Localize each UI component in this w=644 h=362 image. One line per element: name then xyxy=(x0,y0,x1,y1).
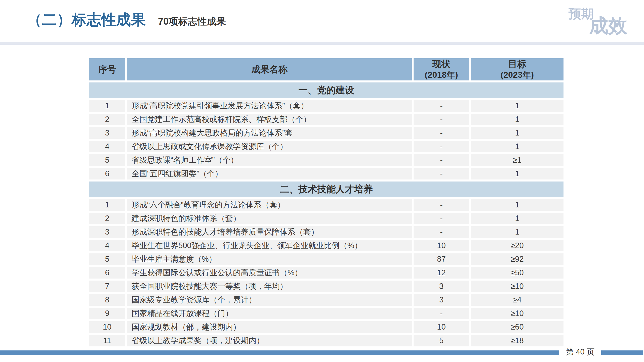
titlebar: （二）标志性成果 70项标志性成果 xyxy=(27,10,226,30)
cell-no: 10 xyxy=(89,321,125,333)
table-row: 9国家精品在线开放课程（门）-≥10 xyxy=(89,308,564,319)
cell-current: - xyxy=(414,154,469,166)
cell-no: 2 xyxy=(89,213,125,224)
cell-target: ≥92 xyxy=(471,253,564,265)
cell-target: ≥50 xyxy=(471,267,564,279)
cell-name: 全国“五四红旗团委”（个） xyxy=(127,168,412,179)
table-row: 2全国党建工作示范高校或标杆院系、样板支部（个）-1 xyxy=(89,114,564,125)
table-row: 3形成深职特色的技能人才培养培养质量保障体系（套）-1 xyxy=(89,226,564,238)
footer-bar-right xyxy=(601,350,643,355)
section-title: 二、技术技能人才培养 xyxy=(89,182,564,197)
cell-no: 2 xyxy=(89,114,125,125)
cell-target: 1 xyxy=(471,114,564,125)
cell-current: - xyxy=(414,213,469,224)
table-row: 1形成“六个融合”教育理念的方法论体系（套）-1 xyxy=(89,199,564,211)
cell-target: ≥18 xyxy=(471,335,564,346)
cell-no: 8 xyxy=(89,294,125,306)
section-row: 一、党的建设 xyxy=(89,82,564,98)
cell-no: 5 xyxy=(89,154,125,166)
page-number: 第 40 页 xyxy=(559,346,601,357)
section-row: 二、技术技能人才培养 xyxy=(89,182,564,197)
cell-name: 毕业生雇主满意度（%） xyxy=(127,253,412,265)
cell-no: 1 xyxy=(89,199,125,211)
section-title: 一、党的建设 xyxy=(89,82,564,98)
cell-current: 3 xyxy=(414,294,469,306)
cell-current: 87 xyxy=(414,253,469,265)
cell-name: 形成“六个融合”教育理念的方法论体系（套） xyxy=(127,199,412,211)
table-row: 5省级思政课“名师工作室”（个）-≥1 xyxy=(89,154,564,166)
table-row: 2建成深职特色的标准体系（套）-1 xyxy=(89,213,564,224)
cell-target: ≥4 xyxy=(471,294,564,306)
cell-target: 1 xyxy=(471,127,564,139)
cell-target: ≥10 xyxy=(471,308,564,319)
table-row: 10国家规划教材（部，建设期内）10≥60 xyxy=(89,321,564,333)
column-header-target: 目标 (2023年) xyxy=(471,58,564,80)
table-row: 11省级以上教学成果奖（项，建设期内）5≥18 xyxy=(89,335,564,346)
results-table: 序号 成果名称 现状 (2018年) 目标 (2023年) 一、党的建设1形成“… xyxy=(87,56,565,348)
header-row: 序号 成果名称 现状 (2018年) 目标 (2023年) xyxy=(89,58,564,80)
footer-bar-left xyxy=(0,350,559,355)
cell-current: 3 xyxy=(414,281,469,292)
watermark: 预期 成效 xyxy=(568,8,627,35)
column-header-no: 序号 xyxy=(89,58,125,80)
cell-name: 国家规划教材（部，建设期内） xyxy=(127,321,412,333)
cell-target: ≥60 xyxy=(471,321,564,333)
results-table-body: 一、党的建设1形成“高职院校党建引领事业发展方法论体系”（套）-12全国党建工作… xyxy=(89,82,564,346)
cell-no: 4 xyxy=(89,141,125,152)
cell-name: 省级以上思政或文化传承课教学资源库（个） xyxy=(127,141,412,152)
cell-no: 1 xyxy=(89,100,125,112)
table-row: 3形成“高职院校构建大思政格局的方法论体系”套-1 xyxy=(89,127,564,139)
watermark-bottom-text: 成效 xyxy=(589,16,627,35)
table-row: 5毕业生雇主满意度（%）87≥92 xyxy=(89,253,564,265)
cell-current: 12 xyxy=(414,267,469,279)
cell-target: 1 xyxy=(471,168,564,179)
cell-no: 5 xyxy=(89,253,125,265)
cell-name: 国家精品在线开放课程（门） xyxy=(127,308,412,319)
cell-no: 6 xyxy=(89,168,125,179)
cell-no: 4 xyxy=(89,240,125,251)
cell-name: 学生获得国际公认或行业公认的高质量证书（%） xyxy=(127,267,412,279)
table-row: 6学生获得国际公认或行业公认的高质量证书（%）12≥50 xyxy=(89,267,564,279)
cell-target: 1 xyxy=(471,100,564,112)
table-row: 4毕业生在世界500强企业、行业龙头企业、领军企业就业比例（%）10≥20 xyxy=(89,240,564,251)
cell-no: 6 xyxy=(89,267,125,279)
cell-current: - xyxy=(414,127,469,139)
cell-current: - xyxy=(414,226,469,238)
cell-name: 形成深职特色的技能人才培养培养质量保障体系（套） xyxy=(127,226,412,238)
slide: （二）标志性成果 70项标志性成果 预期 成效 序号 成果名称 现状 xyxy=(0,0,644,362)
cell-current: - xyxy=(414,168,469,179)
cell-current: 10 xyxy=(414,240,469,251)
cell-name: 形成“高职院校构建大思政格局的方法论体系”套 xyxy=(127,127,412,139)
table-row: 7获全国职业院校技能大赛一等奖（项，年均）3≥10 xyxy=(89,281,564,292)
cell-current: - xyxy=(414,199,469,211)
cell-no: 9 xyxy=(89,308,125,319)
cell-current: 10 xyxy=(414,321,469,333)
cell-current: - xyxy=(414,308,469,319)
cell-current: - xyxy=(414,100,469,112)
header-divider xyxy=(0,42,644,45)
cell-current: - xyxy=(414,114,469,125)
table-row: 8国家级专业教学资源库（个，累计）3≥4 xyxy=(89,294,564,306)
cell-target: ≥1 xyxy=(471,154,564,166)
cell-no: 3 xyxy=(89,127,125,139)
cell-name: 省级以上教学成果奖（项，建设期内） xyxy=(127,335,412,346)
cell-target: 1 xyxy=(471,226,564,238)
cell-target: ≥10 xyxy=(471,281,564,292)
cell-name: 形成“高职院校党建引领事业发展方法论体系”（套） xyxy=(127,100,412,112)
column-header-name: 成果名称 xyxy=(127,58,412,80)
cell-name: 全国党建工作示范高校或标杆院系、样板支部（个） xyxy=(127,114,412,125)
page-title: （二）标志性成果 xyxy=(27,10,146,30)
cell-name: 省级思政课“名师工作室”（个） xyxy=(127,154,412,166)
cell-no: 7 xyxy=(89,281,125,292)
table-row: 1形成“高职院校党建引领事业发展方法论体系”（套）-1 xyxy=(89,100,564,112)
cell-name: 国家级专业教学资源库（个，累计） xyxy=(127,294,412,306)
cell-target: 1 xyxy=(471,199,564,211)
cell-name: 毕业生在世界500强企业、行业龙头企业、领军企业就业比例（%） xyxy=(127,240,412,251)
cell-current: - xyxy=(414,141,469,152)
cell-name: 建成深职特色的标准体系（套） xyxy=(127,213,412,224)
table-row: 4省级以上思政或文化传承课教学资源库（个）-1 xyxy=(89,141,564,152)
cell-target: ≥20 xyxy=(471,240,564,251)
cell-current: 5 xyxy=(414,335,469,346)
cell-target: 1 xyxy=(471,213,564,224)
cell-no: 3 xyxy=(89,226,125,238)
